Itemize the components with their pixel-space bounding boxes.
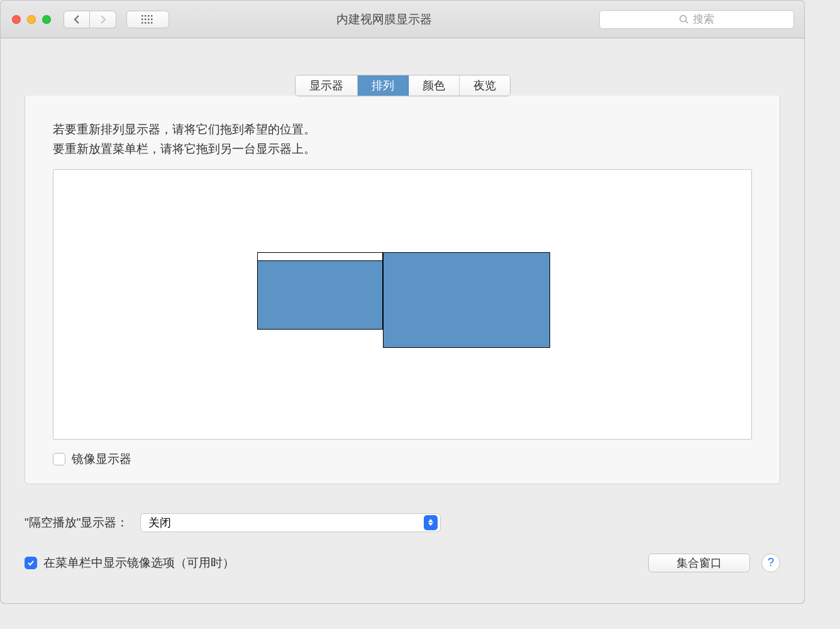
mirror-label: 镜像显示器 (72, 451, 131, 467)
bottom-row: 在菜单栏中显示镜像选项（可用时） 集合窗口 ? (25, 554, 780, 572)
tab-arrangement[interactable]: 排列 (358, 75, 409, 96)
zoom-icon[interactable] (42, 15, 51, 24)
svg-rect-7 (151, 18, 153, 20)
svg-line-13 (686, 21, 688, 23)
svg-rect-0 (141, 15, 143, 17)
instructions-line-2: 要重新放置菜单栏，请将它拖到另一台显示器上。 (53, 139, 752, 159)
titlebar: 内建视网膜显示器 搜索 (1, 1, 804, 38)
footer: "隔空播放"显示器： 关闭 在菜单栏中显示镜像选项（可用时） 集合窗口 ? (1, 484, 804, 587)
svg-rect-3 (151, 15, 153, 17)
show-mirror-menu-checkbox[interactable] (25, 557, 37, 569)
show-mirror-menu-row: 在菜单栏中显示镜像选项（可用时） (25, 555, 235, 571)
svg-rect-6 (148, 18, 150, 20)
svg-rect-4 (141, 18, 143, 20)
close-icon[interactable] (12, 15, 21, 24)
chevron-left-icon (74, 14, 80, 25)
chevron-right-icon (100, 14, 106, 25)
chevron-up-down-icon (424, 515, 438, 530)
instructions: 若要重新排列显示器，请将它们拖到希望的位置。 要重新放置菜单栏，请将它拖到另一台… (53, 120, 752, 159)
help-button[interactable]: ? (761, 554, 780, 572)
svg-rect-9 (145, 22, 146, 24)
window-title: 内建视网膜显示器 (174, 11, 594, 28)
mirror-row: 镜像显示器 (53, 451, 752, 467)
menubar-indicator[interactable] (258, 253, 382, 261)
forward-button[interactable] (90, 11, 116, 28)
search-icon (679, 14, 689, 25)
svg-rect-10 (148, 22, 150, 24)
preferences-window: 内建视网膜显示器 搜索 显示器 排列 颜色 夜览 若要重新排列显示器，请将它们拖… (0, 0, 805, 604)
back-button[interactable] (64, 11, 90, 28)
nav-buttons (64, 11, 116, 28)
svg-point-12 (680, 15, 687, 21)
airplay-value: 关闭 (148, 515, 171, 530)
arrangement-canvas[interactable] (53, 169, 752, 440)
arrangement-panel: 若要重新排列显示器，请将它们拖到希望的位置。 要重新放置菜单栏，请将它拖到另一台… (25, 96, 780, 484)
mirror-checkbox[interactable] (53, 453, 65, 465)
show-all-button[interactable] (126, 11, 169, 28)
tab-display[interactable]: 显示器 (296, 75, 358, 96)
tab-night-shift[interactable]: 夜览 (460, 75, 510, 96)
airplay-label: "隔空播放"显示器： (25, 515, 129, 531)
airplay-row: "隔空播放"显示器： 关闭 (25, 513, 780, 532)
display-secondary-icon[interactable] (383, 252, 550, 348)
minimize-icon[interactable] (27, 15, 36, 24)
svg-rect-1 (145, 15, 146, 17)
airplay-select[interactable]: 关闭 (140, 513, 441, 532)
display-primary-icon[interactable] (257, 252, 383, 330)
show-mirror-menu-label: 在菜单栏中显示镜像选项（可用时） (43, 555, 235, 571)
window-controls (12, 15, 51, 24)
tab-bar: 显示器 排列 颜色 夜览 (25, 75, 780, 96)
svg-rect-8 (141, 22, 143, 24)
svg-rect-2 (148, 15, 150, 17)
gather-windows-button[interactable]: 集合窗口 (648, 554, 750, 572)
svg-rect-5 (145, 18, 146, 20)
svg-rect-11 (151, 22, 153, 24)
tab-color[interactable]: 颜色 (409, 75, 460, 96)
instructions-line-1: 若要重新排列显示器，请将它们拖到希望的位置。 (53, 120, 752, 139)
content-area: 显示器 排列 颜色 夜览 若要重新排列显示器，请将它们拖到希望的位置。 要重新放… (1, 38, 804, 484)
search-input[interactable]: 搜索 (599, 10, 794, 29)
search-placeholder: 搜索 (693, 12, 714, 26)
grid-icon (141, 15, 154, 24)
